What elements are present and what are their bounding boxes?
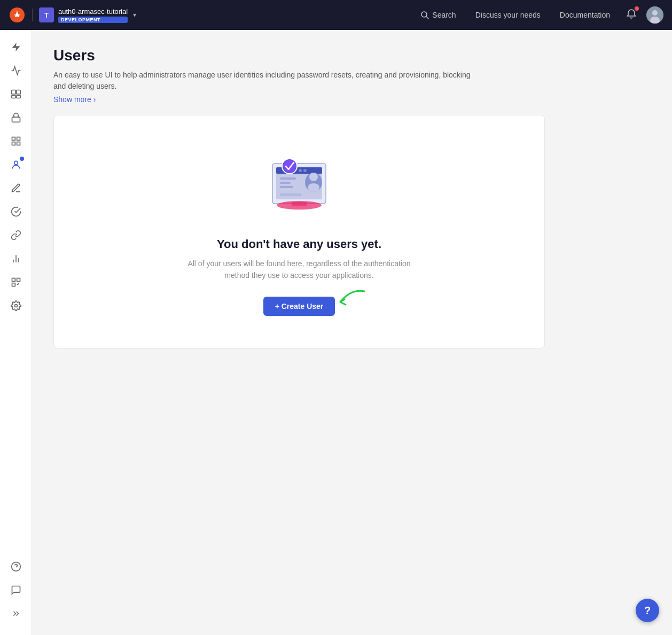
user-avatar[interactable] <box>646 6 663 24</box>
sidebar-item-applications[interactable] <box>5 83 27 105</box>
sidebar-bottom <box>5 556 27 629</box>
sidebar-item-users[interactable] <box>5 154 27 175</box>
svg-rect-32 <box>280 186 293 188</box>
create-user-button[interactable]: + Create User <box>263 297 335 316</box>
search-label: Search <box>432 11 456 19</box>
sidebar-item-activity[interactable] <box>5 36 27 58</box>
sidebar-expand-button[interactable] <box>5 603 27 624</box>
notification-badge <box>635 6 639 11</box>
chevron-right-icon: › <box>93 95 96 104</box>
page-description: An easy to use UI to help administrators… <box>53 69 481 92</box>
page-title: Users <box>53 47 651 64</box>
svg-rect-30 <box>280 177 296 180</box>
sidebar-item-security[interactable] <box>5 107 27 128</box>
nav-divider <box>32 9 33 21</box>
svg-point-36 <box>308 183 319 192</box>
svg-rect-13 <box>12 142 15 145</box>
svg-rect-11 <box>12 137 15 141</box>
svg-rect-21 <box>12 283 15 286</box>
tenant-avatar: T <box>39 7 54 22</box>
main-content: Users An easy to use UI to help administ… <box>32 30 672 635</box>
discuss-needs-button[interactable]: Discuss your needs <box>469 7 547 22</box>
sidebar <box>0 30 32 635</box>
sidebar-item-chat[interactable] <box>5 579 27 601</box>
sidebar-item-dashboard[interactable] <box>5 130 27 152</box>
svg-point-40 <box>283 160 296 173</box>
svg-rect-12 <box>17 137 20 141</box>
create-button-container: + Create User <box>263 297 335 316</box>
svg-point-35 <box>309 173 318 181</box>
sidebar-item-integrations[interactable] <box>5 224 27 246</box>
search-button[interactable]: Search <box>414 7 462 22</box>
empty-state-card: You don't have any users yet. All of you… <box>53 115 545 349</box>
show-more-link[interactable]: Show more › <box>53 95 96 104</box>
top-navigation: T auth0-armasec-tutorial DEVELOPMENT ▾ S… <box>0 0 672 30</box>
svg-rect-8 <box>11 96 15 98</box>
sidebar-item-pipeline[interactable] <box>5 177 27 199</box>
discuss-label: Discuss your needs <box>475 11 541 19</box>
svg-point-22 <box>14 305 17 307</box>
svg-point-15 <box>14 161 18 165</box>
help-floating-button[interactable]: ? <box>636 599 659 622</box>
documentation-button[interactable]: Documentation <box>553 7 616 22</box>
tenant-info: auth0-armasec-tutorial DEVELOPMENT <box>58 7 128 23</box>
app-logo[interactable] <box>9 6 26 24</box>
empty-state-subtitle: All of your users will be found here, re… <box>187 258 411 282</box>
svg-rect-33 <box>280 193 301 196</box>
svg-rect-9 <box>16 96 20 98</box>
users-active-badge <box>20 157 24 161</box>
sidebar-item-reports[interactable] <box>5 248 27 269</box>
svg-line-2 <box>426 17 428 19</box>
sidebar-item-help[interactable] <box>5 556 27 577</box>
sidebar-item-analytics[interactable] <box>5 60 27 81</box>
sidebar-item-marketplace[interactable] <box>5 272 27 293</box>
main-layout: Users An easy to use UI to help administ… <box>0 30 672 635</box>
docs-label: Documentation <box>560 11 610 19</box>
empty-state-title: You don't have any users yet. <box>217 237 381 251</box>
tenant-badge: DEVELOPMENT <box>58 17 128 23</box>
svg-point-4 <box>652 10 658 16</box>
tenant-name: auth0-armasec-tutorial <box>58 7 128 16</box>
svg-rect-14 <box>17 142 20 145</box>
svg-point-28 <box>299 169 302 172</box>
svg-point-29 <box>303 169 307 172</box>
svg-rect-31 <box>280 182 291 184</box>
svg-rect-10 <box>12 117 20 122</box>
sidebar-item-monitoring[interactable] <box>5 201 27 222</box>
sidebar-item-settings[interactable] <box>5 295 27 316</box>
svg-rect-19 <box>12 278 15 282</box>
svg-rect-7 <box>16 90 20 95</box>
search-icon <box>420 11 429 19</box>
help-icon: ? <box>644 605 651 617</box>
arrow-annotation <box>330 286 367 313</box>
tenant-switcher[interactable]: T auth0-armasec-tutorial DEVELOPMENT ▾ <box>39 7 136 23</box>
empty-state-illustration <box>256 148 342 222</box>
svg-rect-6 <box>11 90 15 95</box>
chevron-down-icon: ▾ <box>133 11 136 19</box>
svg-rect-38 <box>292 202 307 206</box>
svg-rect-20 <box>17 278 20 282</box>
notifications-button[interactable] <box>623 5 640 25</box>
